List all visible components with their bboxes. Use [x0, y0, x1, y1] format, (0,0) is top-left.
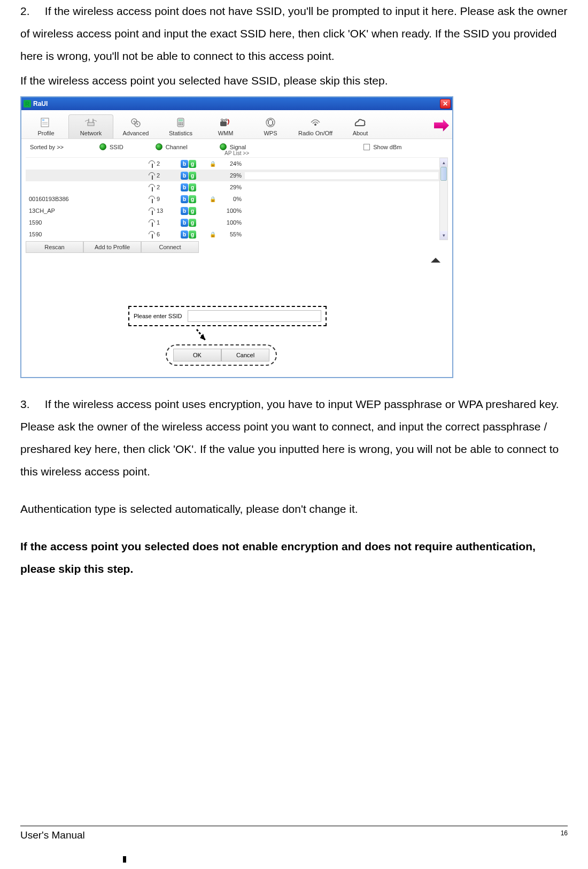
ap-ssid: 00160193B386: [26, 196, 149, 202]
step3-paragraph: 3. If the wireless access point uses enc…: [20, 393, 568, 483]
profile-icon: [38, 116, 53, 129]
scroll-thumb[interactable]: [440, 167, 447, 181]
ap-signal-pct: 100%: [220, 207, 245, 214]
svg-point-24: [314, 124, 316, 126]
ssid-prompt-box: Please enter SSID: [128, 306, 327, 326]
lock-icon: 🔒: [210, 232, 220, 237]
mode-b-icon: b: [181, 160, 188, 168]
step2-body: If the wireless access point does not ha…: [20, 5, 567, 62]
ssid-input[interactable]: [188, 310, 321, 322]
antenna-icon: [149, 231, 155, 237]
sort-ssid[interactable]: SSID: [99, 143, 123, 150]
tab-about[interactable]: About: [338, 114, 383, 139]
radio-icon: [308, 116, 323, 129]
sort-channel[interactable]: Channel: [156, 143, 188, 150]
antenna-icon: [149, 219, 155, 226]
tab-wmm[interactable]: QoS WMM: [203, 114, 248, 139]
ap-row[interactable]: 2bg29%: [26, 181, 448, 193]
ap-ssid: 1590: [26, 219, 149, 226]
page-footer: User's Manual 16: [20, 826, 568, 841]
connect-button[interactable]: Connect: [141, 241, 199, 253]
ap-channel: 13: [149, 207, 181, 214]
cancel-button[interactable]: Cancel: [221, 349, 269, 362]
ap-row[interactable]: 13CH_AP13bg100%: [26, 205, 448, 217]
mode-b-icon: b: [181, 195, 188, 203]
next-arrow-icon[interactable]: [434, 118, 449, 133]
ap-signal-pct: 29%: [220, 184, 245, 190]
radio-icon: [220, 143, 227, 150]
close-icon[interactable]: ✕: [440, 99, 451, 109]
rescan-button[interactable]: Rescan: [26, 241, 83, 253]
mode-g-icon: g: [189, 160, 196, 168]
ap-signal-pct: 100%: [220, 219, 245, 226]
step2-paragraph: 2. If the wireless access point does not…: [20, 0, 568, 67]
mode-g-icon: g: [189, 195, 196, 203]
mode-b-icon: b: [181, 207, 188, 215]
wps-icon: [263, 116, 278, 129]
ap-channel: 1: [149, 219, 181, 226]
svg-point-17: [180, 124, 181, 125]
mode-g-icon: g: [189, 219, 196, 227]
mode-b-icon: b: [181, 219, 188, 227]
tab-profile[interactable]: Profile: [24, 114, 68, 139]
ap-signal-pct: 55%: [220, 231, 245, 237]
antenna-icon: [149, 184, 155, 190]
svg-point-16: [179, 124, 180, 125]
ap-modes: bg: [181, 172, 210, 180]
mode-g-icon: g: [189, 207, 196, 215]
add-to-profile-button[interactable]: Add to Profile: [83, 241, 141, 253]
svg-rect-1: [42, 119, 44, 121]
tab-wps[interactable]: WPS: [248, 114, 293, 139]
ap-list-label: AP List >>: [21, 150, 452, 156]
ap-channel: 6: [149, 231, 181, 237]
scroll-up-icon[interactable]: ▴: [440, 158, 447, 167]
svg-point-14: [180, 122, 181, 124]
tab-network[interactable]: Network: [68, 114, 113, 139]
ap-row[interactable]: 2bg🔒24%: [26, 158, 448, 170]
ap-channel: 2: [149, 160, 181, 167]
svg-point-15: [182, 122, 183, 124]
svg-text:QoS: QoS: [221, 118, 227, 121]
ap-modes: bg: [181, 195, 210, 203]
ap-row[interactable]: 15901bg100%: [26, 217, 448, 228]
collapse-icon[interactable]: [431, 258, 440, 263]
ap-channel: 2: [149, 184, 181, 190]
step2-number: 2.: [20, 0, 42, 22]
scrollbar[interactable]: ▴ ▾: [439, 158, 448, 240]
ap-ssid: 1590: [26, 231, 149, 237]
tab-radio[interactable]: Radio On/Off: [293, 114, 338, 139]
decoration: [123, 856, 126, 863]
ap-signal-pct: 0%: [220, 196, 245, 202]
action-buttons: Rescan Add to Profile Connect: [26, 241, 448, 253]
show-dbm-checkbox[interactable]: [363, 144, 370, 150]
ap-row[interactable]: 00160193B3869bg🔒0%: [26, 193, 448, 205]
ok-button[interactable]: OK: [173, 349, 221, 362]
tab-advanced[interactable]: Advanced: [113, 114, 158, 139]
lock-icon: 🔒: [210, 161, 220, 167]
radio-icon: [99, 143, 106, 150]
footer-title: User's Manual: [20, 829, 85, 841]
ap-signal-bar: [245, 231, 438, 238]
ap-modes: bg: [181, 207, 210, 215]
titlebar: R RaUI ✕: [21, 97, 452, 110]
about-icon: [353, 116, 368, 129]
ap-signal-bar: [245, 184, 438, 191]
tab-statistics[interactable]: Statistics: [158, 114, 203, 139]
toolbar: Profile Network Advanced Statistics QoS …: [21, 110, 452, 139]
sort-row: Sorted by >> SSID Channel Signal Show dB…: [21, 139, 452, 151]
ssid-prompt-label: Please enter SSID: [134, 313, 182, 319]
mode-b-icon: b: [181, 172, 188, 180]
ap-channel: 9: [149, 196, 181, 202]
app-icon: R: [24, 100, 31, 107]
ap-signal-pct: 24%: [220, 160, 245, 167]
callout-arrow-icon: [192, 327, 212, 347]
ap-signal-bar: [245, 172, 438, 179]
antenna-icon: [149, 160, 155, 167]
sort-signal[interactable]: Signal: [220, 143, 246, 150]
ap-signal-bar: [245, 207, 438, 214]
ap-row[interactable]: 2bg29%: [26, 170, 448, 181]
window-title: RaUI: [33, 100, 48, 107]
svg-point-9: [134, 121, 135, 122]
ap-row[interactable]: 15906bg🔒55%: [26, 228, 448, 240]
scroll-down-icon[interactable]: ▾: [440, 231, 447, 240]
